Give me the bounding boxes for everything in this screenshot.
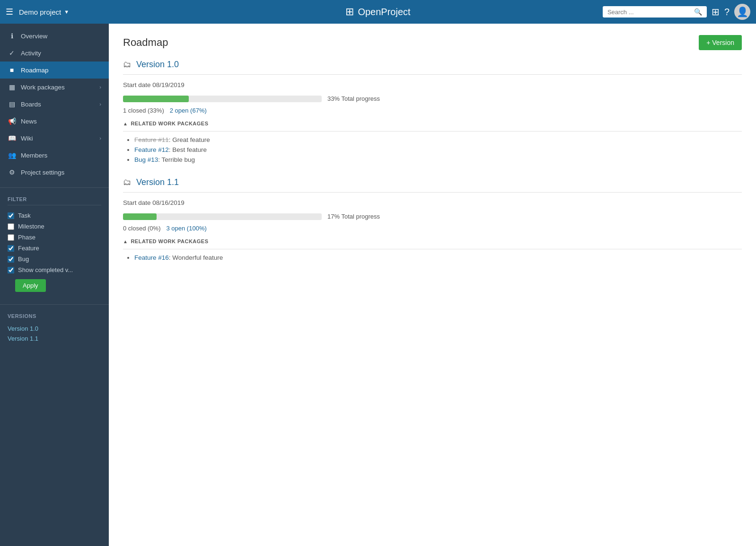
progress-row-v1.1: 17% Total progress bbox=[123, 213, 742, 220]
add-version-button[interactable]: + Version bbox=[699, 35, 742, 50]
sidebar-icon-news: 📢 bbox=[8, 117, 16, 125]
sidebar-version-link-v1.0[interactable]: Version 1.0 bbox=[8, 324, 101, 334]
sidebar-label-members: Members bbox=[21, 152, 101, 159]
closed-count-v1.1: 0 closed (0%) bbox=[123, 225, 160, 232]
related-label-v1.1: RELATED WORK PACKAGES bbox=[131, 238, 208, 244]
filter-checkbox-show-completed[interactable] bbox=[8, 267, 14, 273]
sidebar-item-activity[interactable]: ✓ Activity bbox=[0, 44, 109, 62]
filter-label-bug: Bug bbox=[18, 255, 29, 263]
version-header-v1.0: 🗂 Version 1.0 bbox=[123, 60, 742, 75]
versions-title: VERSIONS bbox=[8, 313, 101, 319]
filter-item-feature[interactable]: Feature bbox=[8, 243, 101, 254]
hamburger-menu[interactable]: ☰ bbox=[6, 7, 13, 17]
work-package-list-v1.1: Feature #16: Wonderful feature bbox=[123, 254, 742, 261]
related-divider-v1.0 bbox=[123, 131, 742, 132]
progress-bar-fill-v1.1 bbox=[123, 213, 157, 220]
sidebar-icon-roadmap: ■ bbox=[8, 66, 16, 74]
work-package-list-v1.0: Feature #11: Great feature Feature #12: … bbox=[123, 136, 742, 163]
project-dropdown-arrow: ▼ bbox=[64, 9, 69, 15]
filter-item-show-completed[interactable]: Show completed v... bbox=[8, 264, 101, 275]
filter-label-feature: Feature bbox=[18, 245, 39, 252]
versions-container: 🗂 Version 1.0 Start date 08/19/2019 33% … bbox=[123, 60, 742, 261]
version-block-v1.0: 🗂 Version 1.0 Start date 08/19/2019 33% … bbox=[123, 60, 742, 163]
filter-section: FILTER Task Milestone Phase Feature Bug … bbox=[0, 191, 109, 301]
related-label-v1.0: RELATED WORK PACKAGES bbox=[131, 121, 208, 126]
sidebar-item-overview[interactable]: ℹ Overview bbox=[0, 27, 109, 44]
work-package-item-wp-11: Feature #11: Great feature bbox=[134, 136, 742, 143]
closed-count-v1.0: 1 closed (33%) bbox=[123, 107, 164, 114]
sidebar-item-members[interactable]: 👥 Members bbox=[0, 147, 109, 164]
filter-checkbox-milestone[interactable] bbox=[8, 223, 14, 230]
sidebar-icon-activity: ✓ bbox=[8, 49, 16, 57]
sidebar-label-work-packages: Work packages bbox=[21, 84, 95, 91]
wp-link-wp-16[interactable]: Feature #16 bbox=[134, 254, 169, 261]
filter-item-milestone[interactable]: Milestone bbox=[8, 221, 101, 232]
main-content: Roadmap + Version 🗂 Version 1.0 Start da… bbox=[109, 24, 756, 546]
sidebar-version-link-v1.1[interactable]: Version 1.1 bbox=[8, 334, 101, 343]
search-box[interactable]: 🔍 bbox=[603, 6, 707, 18]
filter-item-task[interactable]: Task bbox=[8, 210, 101, 221]
work-package-item-wp-12: Feature #12: Best feature bbox=[134, 146, 742, 153]
related-header-v1.1[interactable]: ▲ RELATED WORK PACKAGES bbox=[123, 238, 742, 244]
project-name[interactable]: Demo project ▼ bbox=[19, 8, 69, 16]
page-header: Roadmap + Version bbox=[123, 35, 742, 50]
filter-label-phase: Phase bbox=[18, 234, 35, 241]
version-header-v1.1: 🗂 Version 1.1 bbox=[123, 177, 742, 193]
sidebar-label-overview: Overview bbox=[21, 33, 101, 40]
sidebar-item-roadmap[interactable]: ■ Roadmap bbox=[0, 62, 109, 79]
sidebar-arrow-wiki: › bbox=[99, 135, 101, 141]
filter-checkbox-bug[interactable] bbox=[8, 256, 14, 263]
closed-open-row-v1.0: 1 closed (33%) 2 open (67%) bbox=[123, 107, 742, 114]
sidebar-icon-boards: ▤ bbox=[8, 100, 16, 108]
filter-checkbox-phase[interactable] bbox=[8, 234, 14, 241]
sidebar-navigation: ℹ Overview ✓ Activity ■ Roadmap ▦ Work p… bbox=[0, 24, 109, 185]
app-logo: ⊞ OpenProject bbox=[345, 6, 410, 18]
sidebar-item-project-settings[interactable]: ⚙ Project settings bbox=[0, 164, 109, 181]
sidebar-icon-members: 👥 bbox=[8, 151, 16, 159]
related-section-v1.1: ▲ RELATED WORK PACKAGES Feature #16: Won… bbox=[123, 238, 742, 261]
filter-label-milestone: Milestone bbox=[18, 223, 44, 230]
wp-link-wp-12[interactable]: Feature #12 bbox=[134, 146, 169, 153]
sidebar-label-project-settings: Project settings bbox=[21, 169, 101, 176]
progress-text-v1.0: 33% Total progress bbox=[327, 95, 380, 102]
start-date-v1.1: Start date 08/16/2019 bbox=[123, 199, 742, 206]
version-title-v1.0[interactable]: Version 1.0 bbox=[136, 60, 179, 70]
sidebar-item-boards[interactable]: ▤ Boards › bbox=[0, 96, 109, 113]
closed-open-row-v1.1: 0 closed (0%) 3 open (100%) bbox=[123, 225, 742, 232]
filter-checkbox-feature[interactable] bbox=[8, 245, 14, 252]
sidebar-label-boards: Boards bbox=[21, 101, 95, 108]
version-title-v1.1[interactable]: Version 1.1 bbox=[136, 177, 179, 187]
user-avatar[interactable]: 👤 bbox=[734, 4, 750, 20]
sidebar-item-wiki[interactable]: 📖 Wiki › bbox=[0, 130, 109, 147]
related-section-v1.0: ▲ RELATED WORK PACKAGES Feature #11: Gre… bbox=[123, 121, 742, 163]
sidebar-divider bbox=[0, 187, 109, 188]
sidebar-arrow-boards: › bbox=[99, 101, 101, 107]
app-body: ℹ Overview ✓ Activity ■ Roadmap ▦ Work p… bbox=[0, 24, 756, 546]
grid-icon[interactable]: ⊞ bbox=[712, 6, 720, 18]
open-count-v1.0[interactable]: 2 open (67%) bbox=[170, 107, 207, 114]
progress-bar-fill-v1.0 bbox=[123, 96, 189, 102]
sidebar-item-news[interactable]: 📢 News bbox=[0, 113, 109, 130]
apply-button[interactable]: Apply bbox=[15, 279, 46, 292]
collapse-icon-v1.1: ▲ bbox=[123, 239, 128, 244]
open-count-v1.1[interactable]: 3 open (100%) bbox=[166, 225, 206, 232]
sidebar-divider-2 bbox=[0, 304, 109, 305]
version-block-v1.1: 🗂 Version 1.1 Start date 08/16/2019 17% … bbox=[123, 177, 742, 261]
top-right-actions: 🔍 ⊞ ? 👤 bbox=[603, 4, 750, 20]
filter-checkbox-task[interactable] bbox=[8, 212, 14, 219]
progress-row-v1.0: 33% Total progress bbox=[123, 95, 742, 102]
wp-link-wp-13[interactable]: Bug #13 bbox=[134, 156, 158, 163]
page-title: Roadmap bbox=[123, 36, 168, 49]
sidebar-item-work-packages[interactable]: ▦ Work packages › bbox=[0, 79, 109, 96]
sidebar-icon-work-packages: ▦ bbox=[8, 83, 16, 91]
filter-item-phase[interactable]: Phase bbox=[8, 232, 101, 243]
wp-link-wp-11[interactable]: Feature #11 bbox=[134, 136, 169, 143]
related-divider-v1.1 bbox=[123, 249, 742, 249]
help-icon[interactable]: ? bbox=[724, 7, 730, 18]
filter-label-show-completed: Show completed v... bbox=[18, 266, 73, 273]
related-header-v1.0[interactable]: ▲ RELATED WORK PACKAGES bbox=[123, 121, 742, 126]
search-input[interactable] bbox=[607, 9, 694, 16]
start-date-v1.0: Start date 08/19/2019 bbox=[123, 81, 742, 88]
filter-item-bug[interactable]: Bug bbox=[8, 254, 101, 264]
sidebar-icon-overview: ℹ bbox=[8, 32, 16, 40]
